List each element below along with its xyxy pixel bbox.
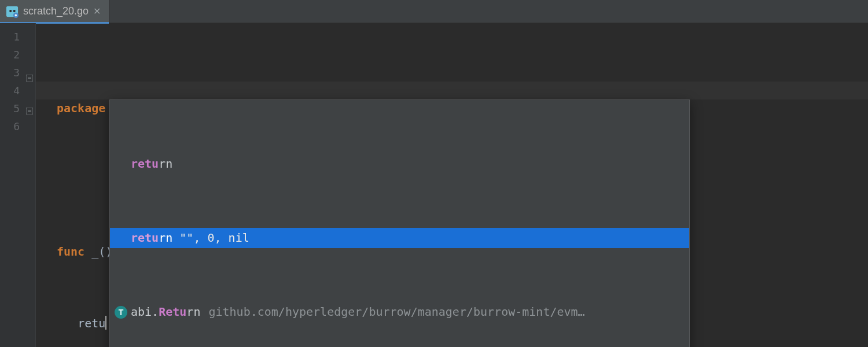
line-number: 3 [0, 64, 20, 82]
completion-item-return-values[interactable]: return "", 0, nil [110, 228, 689, 248]
tab-scratch-20[interactable]: scratch_20.go ✕ [0, 0, 109, 23]
type-icon: T [115, 306, 127, 319]
line-number: 6 [0, 117, 20, 135]
completion-item-abi-return[interactable]: T abi.Return github.com/hyperledger/burr… [110, 302, 689, 322]
svg-point-2 [13, 9, 16, 12]
current-line-highlight [36, 82, 868, 99]
svg-rect-7 [28, 77, 31, 79]
code-editor[interactable]: 1 2 3 4 5 6 package main func _() (name … [0, 23, 868, 347]
tab-bar: scratch_20.go ✕ [0, 0, 868, 23]
completion-popup: return return "", 0, nil T abi.Return gi… [109, 99, 690, 347]
line-number: 4 [0, 82, 20, 99]
close-icon[interactable]: ✕ [93, 6, 101, 17]
fold-open-icon[interactable] [26, 69, 34, 77]
fold-close-icon[interactable] [26, 102, 34, 110]
svg-rect-9 [28, 110, 31, 112]
text-caret [105, 316, 106, 330]
svg-rect-5 [16, 14, 17, 16]
fold-strip [25, 23, 36, 347]
completion-location: github.com/hyperledger/burrow/manager/bu… [208, 303, 584, 321]
line-number: 1 [0, 28, 20, 46]
go-file-icon [6, 5, 19, 18]
line-number: 5 [0, 99, 20, 117]
code-area[interactable]: package main func _() (name string, i in… [36, 23, 868, 347]
line-number: 2 [0, 46, 20, 64]
tab-filename: scratch_20.go [23, 5, 89, 17]
gutter: 1 2 3 4 5 6 [0, 23, 25, 347]
completion-item-return[interactable]: return [110, 154, 689, 174]
svg-point-1 [9, 9, 12, 12]
